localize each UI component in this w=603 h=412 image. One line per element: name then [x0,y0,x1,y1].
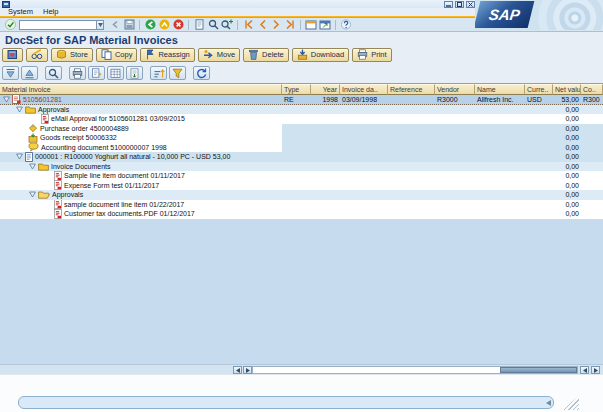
column-header-currency[interactable]: Curre.. [525,84,553,95]
button-label: Print [371,50,386,59]
expander-icon[interactable] [16,106,23,113]
sort-ascending-button[interactable] [150,66,167,80]
tree-item-label[interactable]: Customer tax documents.PDF 01/12/2017 [64,210,195,217]
command-input[interactable] [19,20,97,30]
purchase-order-icon [28,124,38,134]
column-header-vendor[interactable]: Vendor [435,84,475,95]
tree-item-label[interactable]: Accounting document 5100000007 1998 [41,144,167,151]
menu-help[interactable]: Help [43,7,58,16]
expander-icon[interactable] [29,191,36,198]
find-button[interactable] [45,66,62,80]
column-header-name[interactable]: Name [475,84,525,95]
tree-scroll-left-icon[interactable] [233,366,242,374]
window-resize-grip[interactable] [562,396,579,410]
toolbar-separator [188,20,189,30]
tree-row[interactable]: Expense Form test 01/11/20170,00 [0,181,603,191]
enter-button[interactable] [3,19,17,31]
invoice-icon [12,95,21,104]
help-button[interactable] [339,19,353,31]
tree-scroll-right-icon[interactable] [243,366,252,374]
status-area [0,374,603,412]
create-shortcut-button[interactable] [318,19,332,31]
tree-item-label[interactable]: Goods receipt 50006332 [40,134,117,141]
columns-scroll-right-icon[interactable] [591,366,600,374]
exit-button[interactable] [157,19,171,31]
columns-scroll-left-icon[interactable] [580,366,589,374]
tree-item-label[interactable]: Expense Form test 01/11/2017 [64,182,159,189]
scrollbar-thumb[interactable] [500,367,577,373]
expander-icon[interactable] [16,153,23,160]
column-header-co[interactable]: Co.. [581,84,603,95]
expand-all-button[interactable] [2,66,19,80]
next-page-icon [272,19,281,30]
local-file-button[interactable] [126,66,143,80]
tree-row[interactable]: eMail Approval for 5105601281 03/09/2015… [0,114,603,124]
print-doc-button[interactable] [192,19,206,31]
cell-type [282,171,311,181]
reassign-button[interactable]: Reassign [140,48,194,62]
column-header-type[interactable]: Type [282,84,311,95]
tree-item-label[interactable]: Purchase order 4500004889 [40,125,129,132]
expander-icon[interactable] [29,163,36,170]
scrollbar-track[interactable] [252,366,578,374]
status-options-icon[interactable] [544,397,553,408]
tree-row[interactable]: Approvals0,00 [0,190,603,200]
save-button[interactable] [122,19,136,31]
delete-icon [248,49,259,60]
horizontal-scrollbar[interactable] [0,364,603,374]
tree-row[interactable]: Sample line item document 01/11/20170,00 [0,171,603,181]
first-page-button[interactable] [241,19,255,31]
pdf-icon [54,200,62,210]
refresh-button[interactable] [193,66,210,80]
column-header-reference[interactable]: Reference [388,84,435,95]
tree-row[interactable]: Invoice Documents0,00 [0,162,603,172]
copy-button[interactable]: Copy [96,48,138,62]
tree-row[interactable]: Approvals0,00 [0,105,603,115]
column-header-invoice_date[interactable]: Invoice da.. [340,84,388,95]
tree-item-label[interactable]: Approvals [38,106,69,113]
tree-row[interactable]: Accounting document 5100000007 19980,00 [0,143,603,153]
delete-button[interactable]: Delete [243,48,289,62]
tree-row[interactable]: 000001 : R100000 Yoghurt all natural - 1… [0,152,603,162]
next-page-button[interactable] [269,19,283,31]
tree-item-label[interactable]: 5105601281 [23,96,62,103]
tree-row[interactable]: 5105601281RE199803/09/1998R3000Allfresh … [0,95,603,105]
column-header-label[interactable]: Material invoice [0,84,282,95]
print-button[interactable] [69,66,86,80]
column-header-year[interactable]: Year [311,84,340,95]
command-dropdown-icon[interactable] [97,20,104,30]
cancel-button[interactable] [171,19,185,31]
tree-row[interactable]: Purchase order 45000048890,00 [0,124,603,134]
tree-item-label[interactable]: eMail Approval for 5105601281 03/09/2015 [51,115,185,122]
tree-row[interactable]: Customer tax documents.PDF 01/12/20170,0… [0,209,603,219]
tree-item-label[interactable]: 000001 : R100000 Yoghurt all natural - 1… [35,153,230,160]
print-button[interactable]: Print [352,48,391,62]
collapse-all-button[interactable] [21,66,38,80]
tree-item-label[interactable]: Invoice Documents [51,163,111,170]
new-session-button[interactable] [304,19,318,31]
tree-row[interactable]: sample document line item 01/22/20170,00 [0,200,603,210]
tree-item-label[interactable]: Sample line item document 01/11/2017 [64,172,185,179]
previous-page-button[interactable] [255,19,269,31]
find-next-button[interactable] [220,19,234,31]
find-button[interactable] [206,19,220,31]
display-change-button[interactable] [26,48,48,62]
export-button[interactable] [107,66,124,80]
tree-cell: Invoice Documents [0,162,282,172]
prev-item-button[interactable] [108,19,122,31]
tree-item-label[interactable]: sample document line item 01/22/2017 [64,201,184,208]
object-services-button[interactable] [2,48,23,62]
tree-row[interactable]: Goods receipt 500063320,00 [0,133,603,143]
tree-item-label[interactable]: Approvals [52,191,83,198]
menu-system[interactable]: System [8,7,33,16]
last-page-button[interactable] [283,19,297,31]
cell-year [311,143,340,153]
column-header-net_value[interactable]: Net value [553,84,581,95]
expander-icon[interactable] [3,96,10,103]
download-button[interactable]: Download [292,48,349,62]
back-button[interactable] [143,19,157,31]
filter-button[interactable] [169,66,186,80]
move-button[interactable]: Move [198,48,240,62]
store-button[interactable]: Store [51,48,93,62]
copy-list-button[interactable] [88,66,105,80]
